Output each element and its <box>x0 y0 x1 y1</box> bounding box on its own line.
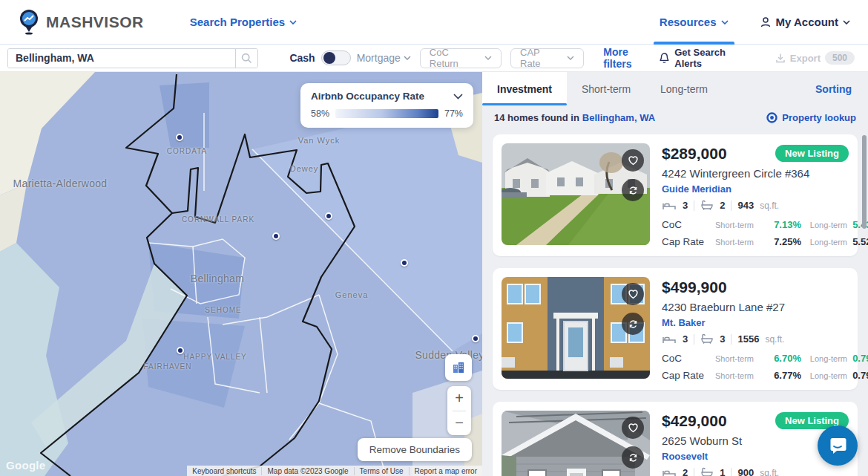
listing-photo[interactable] <box>502 277 650 379</box>
toggle-knob <box>323 52 335 64</box>
coc-return-filter[interactable]: CoC Return <box>420 48 502 68</box>
listing-neighborhood-link[interactable]: Mt. Baker <box>662 317 849 328</box>
keyboard-shortcuts-link[interactable]: Keyboard shortcuts <box>187 467 261 475</box>
filter-bar-right: Get Search Alerts Export 500 <box>659 47 861 69</box>
cap-short-value: 7.25% <box>763 236 801 247</box>
listing-photo[interactable] <box>502 411 650 476</box>
compare-button[interactable] <box>622 446 644 469</box>
download-icon <box>775 53 786 63</box>
legend-metric-dropdown[interactable]: Airbnb Occupancy Rate <box>311 91 463 102</box>
listing-photo[interactable] <box>502 143 650 245</box>
radio-target-icon <box>766 112 777 123</box>
compare-button[interactable] <box>622 313 644 335</box>
results-location-link[interactable]: Bellingham, WA <box>582 112 655 123</box>
results-summary-row: 14 homes found in Bellingham, WA Propert… <box>482 105 868 130</box>
cash-mortgage-toggle[interactable] <box>321 50 351 65</box>
cap-long-value: 5.52% <box>847 236 868 247</box>
bed-icon <box>662 334 677 345</box>
heart-icon <box>628 289 639 299</box>
compare-arrows-icon <box>628 185 639 196</box>
map-area-label: FAIRHAVEN <box>144 362 192 371</box>
coc-long-value: 0.79% <box>847 353 868 364</box>
beds-count: 3 <box>683 333 688 345</box>
zoom-out-button[interactable]: − <box>447 411 471 436</box>
report-map-error-link[interactable]: Report a map error <box>409 467 482 475</box>
chat-bubble-icon <box>828 436 847 455</box>
nav-resources[interactable]: Resources <box>660 0 729 45</box>
results-count: 14 homes found in <box>494 112 579 123</box>
coc-label: CoC <box>662 219 715 230</box>
map-marker[interactable] <box>401 259 408 267</box>
tab-short-term[interactable]: Short-term <box>567 72 645 105</box>
bell-icon <box>659 52 670 64</box>
nav-my-account[interactable]: My Account <box>760 16 850 28</box>
zoom-in-button[interactable]: + <box>447 386 471 411</box>
more-filters-link[interactable]: More filters <box>603 46 659 70</box>
map-marker[interactable] <box>272 232 280 240</box>
listing-metrics: CoC Short-term 6.70% Long-term 0.79% Cap… <box>662 353 849 381</box>
coc-short-value: 6.70% <box>763 353 801 364</box>
mashvisor-app: MASHVISOR Search Properties Resources My… <box>0 0 868 476</box>
tab-investment[interactable]: Investment <box>482 72 567 105</box>
listing-card[interactable]: $499,900 4230 Braeburn Lane #27 Mt. Bake… <box>493 268 858 390</box>
heart-icon <box>628 155 639 166</box>
bath-icon <box>700 200 714 211</box>
search-button[interactable] <box>235 49 257 68</box>
export-button[interactable]: Export 500 <box>775 51 855 65</box>
filter-bar: Cash Mortgage CoC Return CAP Rate More f… <box>0 45 868 72</box>
favorite-button[interactable] <box>622 283 644 305</box>
cap-rate-filter[interactable]: CAP Rate <box>510 48 584 68</box>
results-scrollbar[interactable] <box>862 135 867 229</box>
neighborhood-layer-button[interactable] <box>445 354 472 381</box>
beds-count: 2 <box>683 467 688 476</box>
bath-icon <box>700 333 714 345</box>
chat-launcher-button[interactable] <box>818 426 858 466</box>
sqft-unit: sq.ft. <box>765 334 784 345</box>
map-marker[interactable] <box>176 134 183 141</box>
listing-price: $499,900 <box>662 278 727 296</box>
nav-search-properties[interactable]: Search Properties <box>190 16 297 28</box>
listing-price: $289,000 <box>662 145 727 163</box>
coc-label: CoC <box>662 353 715 364</box>
long-term-label: Long-term <box>801 371 847 380</box>
short-term-label: Short-term <box>715 354 763 363</box>
listing-card[interactable]: $429,000 New Listing 2625 Woburn St Roos… <box>493 402 858 476</box>
sqft-unit: sq.ft. <box>760 200 779 211</box>
favorite-button[interactable] <box>622 149 644 172</box>
mortgage-dropdown[interactable]: Mortgage <box>357 52 411 64</box>
results-tabs: Investment Short-term Long-term Sorting <box>482 72 868 105</box>
long-term-label: Long-term <box>801 354 847 363</box>
long-term-label: Long-term <box>801 221 847 229</box>
sorting-button[interactable]: Sorting <box>799 72 868 105</box>
get-search-alerts-button[interactable]: Get Search Alerts <box>659 47 754 69</box>
property-lookup-button[interactable]: Property lookup <box>766 112 856 123</box>
sqft-unit: sq.ft. <box>760 468 779 476</box>
map-attribution-bar: Keyboard shortcuts Map data ©2023 Google… <box>187 466 482 476</box>
cap-rate-label: Cap Rate <box>662 236 715 247</box>
chevron-down-icon <box>289 20 297 25</box>
search-input[interactable] <box>8 49 235 68</box>
mashvisor-logo[interactable]: MASHVISOR <box>18 9 144 36</box>
listing-neighborhood-link[interactable]: Guide Meridian <box>662 183 849 195</box>
location-search <box>7 48 258 68</box>
baths-count: 2 <box>720 200 725 211</box>
map-marker[interactable] <box>472 335 479 342</box>
map-area-label: CORNWALL PARK <box>182 215 254 224</box>
tab-long-term[interactable]: Long-term <box>645 72 723 105</box>
financing-toggle-group: Cash Mortgage <box>289 50 410 65</box>
listing-specs: 3 2 943 sq.ft. <box>662 200 849 211</box>
map-marker[interactable] <box>325 212 332 220</box>
favorite-button[interactable] <box>622 417 644 439</box>
listing-price: $429,000 <box>662 412 727 430</box>
compare-arrows-icon <box>628 452 639 463</box>
map-area-label: Van Wyck <box>298 136 341 145</box>
map-area-label: Marietta-Alderwood <box>13 177 108 189</box>
map-canvas[interactable]: Van Wyck Dewey CORDATA Marietta-Alderwoo… <box>0 72 482 476</box>
terms-of-use-link[interactable]: Terms of Use <box>354 467 409 475</box>
compare-button[interactable] <box>622 179 644 201</box>
coc-short-value: 7.13% <box>763 219 801 230</box>
remove-boundaries-button[interactable]: Remove Boundaries <box>358 438 472 461</box>
search-icon <box>241 53 252 64</box>
listing-card[interactable]: $289,000 New Listing 4242 Wintergreen Ci… <box>493 134 858 256</box>
map-marker[interactable] <box>177 347 184 354</box>
